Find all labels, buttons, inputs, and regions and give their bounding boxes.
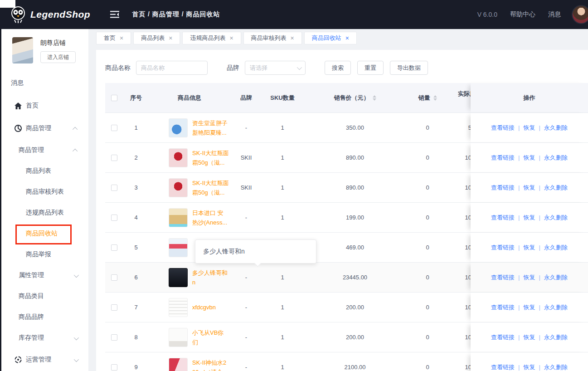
row-checkbox[interactable] — [111, 274, 117, 281]
action-查看链接[interactable]: 查看链接 — [491, 124, 515, 132]
col-price[interactable]: 销售价（元） — [303, 83, 407, 112]
page: LegendShop 首页 / 商品管理 / 商品回收站 V 6.0.0 帮助中… — [0, 0, 588, 371]
sidebar-item-属性管理[interactable]: 属性管理 — [0, 265, 88, 286]
export-button[interactable]: 导出数据 — [390, 61, 428, 75]
sidebar-item-首页[interactable]: 首页 — [0, 94, 88, 117]
col-stock: 实际库存 — [448, 83, 471, 112]
product-name-link[interactable]: SK-II神仙水2 30ml（清仓 — [192, 358, 230, 371]
action-恢复[interactable]: 恢复 — [524, 184, 535, 192]
sidebar-item-库存管理[interactable]: 库存管理 — [0, 327, 88, 348]
row-price: 23445.00 — [303, 263, 407, 292]
row-checkbox[interactable] — [111, 155, 117, 161]
close-icon[interactable]: × — [169, 35, 172, 41]
tab-首页[interactable]: 首页× — [96, 32, 131, 44]
action-查看链接[interactable]: 查看链接 — [491, 303, 515, 312]
row-stock: 10 — [465, 244, 471, 251]
action-永久删除[interactable]: 永久删除 — [544, 333, 568, 342]
top-header: LegendShop 首页 / 商品管理 / 商品回收站 V 6.0.0 帮助中… — [0, 0, 588, 29]
action-永久删除[interactable]: 永久删除 — [544, 154, 568, 162]
action-永久删除[interactable]: 永久删除 — [544, 363, 568, 371]
action-恢复[interactable]: 恢复 — [524, 303, 535, 312]
help-center-link[interactable]: 帮助中心 — [510, 10, 535, 19]
product-name-link[interactable]: 资生堂蓝胖子 新艳阳夏臻... — [192, 118, 230, 137]
row-stock: 10 — [465, 274, 471, 281]
row-checkbox[interactable] — [111, 215, 117, 221]
messages-link[interactable]: 消息 — [548, 10, 561, 19]
action-恢复[interactable]: 恢复 — [524, 333, 535, 342]
row-sales: 0 — [407, 263, 448, 292]
product-name-link[interactable]: 小飞从VB你 们 — [192, 328, 230, 347]
action-查看链接[interactable]: 查看链接 — [491, 273, 515, 282]
action-查看链接[interactable]: 查看链接 — [491, 333, 515, 342]
action-恢复[interactable]: 恢复 — [524, 124, 535, 132]
chevron-down-icon — [74, 357, 79, 362]
reset-button[interactable]: 重置 — [357, 61, 384, 75]
action-查看链接[interactable]: 查看链接 — [491, 184, 515, 192]
sidebar-item-商品回收站[interactable]: 商品回收站 — [0, 223, 88, 244]
row-checkbox[interactable] — [111, 364, 117, 371]
product-name-link[interactable]: SK-II大红瓶面 霜50g（滋... — [192, 178, 230, 197]
select-all-checkbox[interactable] — [111, 95, 117, 101]
action-查看链接[interactable]: 查看链接 — [491, 363, 515, 371]
sidebar-item-商品列表[interactable]: 商品列表 — [0, 161, 88, 181]
action-永久删除[interactable]: 永久删除 — [544, 244, 568, 252]
action-永久删除[interactable]: 永久删除 — [544, 303, 568, 312]
action-永久删除[interactable]: 永久删除 — [544, 214, 568, 222]
action-separator: | — [539, 304, 540, 311]
chevron-up-icon — [73, 127, 78, 132]
sidebar-item-商品审核列表[interactable]: 商品审核列表 — [0, 181, 88, 202]
app-logo[interactable]: LegendShop — [10, 5, 90, 24]
row-actions: 查看链接|恢复|永久删除 — [471, 322, 588, 352]
action-恢复[interactable]: 恢复 — [524, 214, 535, 222]
action-恢复[interactable]: 恢复 — [524, 363, 535, 371]
sidebar-item-商品类目[interactable]: 商品类目 — [0, 286, 88, 307]
row-checkbox[interactable] — [111, 334, 117, 341]
close-icon[interactable]: × — [345, 35, 349, 41]
search-button[interactable]: 搜索 — [325, 61, 351, 75]
action-永久删除[interactable]: 永久删除 — [544, 124, 568, 132]
action-查看链接[interactable]: 查看链接 — [491, 154, 515, 162]
sidebar-item-label: 商品类目 — [19, 292, 44, 300]
row-brand: - — [230, 293, 262, 322]
enter-store-button[interactable]: 进入店铺 — [40, 51, 76, 63]
action-恢复[interactable]: 恢复 — [524, 244, 535, 252]
sidebar-item-消息[interactable]: 消息 — [0, 72, 88, 94]
action-恢复[interactable]: 恢复 — [524, 273, 535, 282]
product-name-link[interactable]: SK-II大红瓶面 霜50g（滋... — [192, 148, 230, 167]
row-sku: 1 — [262, 352, 303, 371]
sidebar-item-商品举报[interactable]: 商品举报 — [0, 244, 88, 265]
row-checkbox[interactable] — [111, 125, 117, 131]
recycle-table: 序号 商品信息 品牌 SKU数量 销售价（元） 销量 实际库存 — [105, 83, 588, 371]
product-name-link[interactable]: 日本进口 安 热沙(Aness... — [192, 208, 230, 227]
sidebar-item-商品管理[interactable]: 商品管理 — [0, 140, 88, 161]
close-icon[interactable]: × — [291, 35, 294, 41]
sidebar-item-label: 首页 — [26, 102, 39, 110]
product-name-input[interactable] — [136, 61, 208, 75]
sidebar-item-违规商品列表[interactable]: 违规商品列表 — [0, 202, 88, 223]
menu-fold-icon[interactable] — [110, 10, 119, 19]
close-icon[interactable]: × — [120, 35, 123, 41]
tab-商品回收站[interactable]: 商品回收站× — [304, 32, 357, 44]
row-checkbox[interactable] — [111, 185, 117, 191]
product-name-link[interactable]: xfdcgvbn — [192, 303, 230, 312]
tab-商品审核列表[interactable]: 商品审核列表× — [243, 32, 302, 44]
product-name-link[interactable]: 多少人锋哥和 n — [192, 268, 230, 287]
sidebar-item-运营管理[interactable]: 运营管理 — [0, 348, 88, 371]
product-image — [169, 298, 188, 317]
row-checkbox[interactable] — [111, 244, 117, 251]
tab-商品列表[interactable]: 商品列表× — [133, 32, 180, 44]
user-avatar[interactable] — [572, 5, 588, 24]
sidebar-item-商品品牌[interactable]: 商品品牌 — [0, 307, 88, 327]
action-查看链接[interactable]: 查看链接 — [491, 244, 515, 252]
action-查看链接[interactable]: 查看链接 — [491, 214, 515, 222]
brand-select[interactable]: 请选择 — [245, 61, 306, 75]
action-恢复[interactable]: 恢复 — [524, 154, 535, 162]
row-checkbox[interactable] — [111, 304, 117, 311]
action-永久删除[interactable]: 永久删除 — [544, 184, 568, 192]
sidebar-item-商品管理[interactable]: 商品管理 — [0, 117, 88, 140]
action-永久删除[interactable]: 永久删除 — [544, 273, 568, 282]
col-sales[interactable]: 销量 — [407, 83, 448, 112]
action-separator: | — [539, 334, 540, 341]
tab-违规商品列表[interactable]: 违规商品列表× — [182, 32, 241, 44]
close-icon[interactable]: × — [229, 35, 233, 41]
